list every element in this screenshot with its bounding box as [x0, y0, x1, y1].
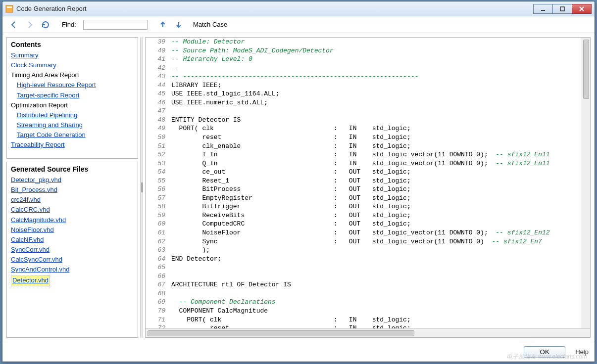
contents-item[interactable]: Traceability Report [11, 140, 134, 150]
code-text[interactable]: BitProcess : OUT std_logic; [171, 185, 590, 194]
line-number: 50 [146, 133, 171, 142]
line-number: 44 [146, 81, 171, 90]
code-text[interactable] [171, 263, 590, 272]
code-text[interactable]: clk_enable : IN std_logic; [171, 142, 590, 151]
contents-item: Optimization Report [11, 100, 134, 110]
code-line: 64END Detector; [146, 255, 590, 264]
code-text[interactable]: END Detector; [171, 255, 590, 264]
code-line: 48ENTITY Detector IS [146, 116, 590, 125]
code-text[interactable] [171, 289, 590, 298]
source-file-link[interactable]: Detector.vhd [11, 275, 50, 286]
refresh-icon[interactable] [40, 19, 51, 30]
code-text[interactable]: NoiseFloor : OUT std_logic_vector(11 DOW… [171, 228, 590, 237]
code-text[interactable]: -- [171, 64, 590, 73]
toolbar: Find: Match Case [2, 16, 595, 33]
svg-rect-3 [560, 7, 564, 11]
vscroll-thumb[interactable] [583, 40, 589, 99]
code-text[interactable]: Reset_1 : OUT std_logic; [171, 177, 590, 185]
contents-item[interactable]: Distributed Pipelining [11, 110, 134, 120]
code-text[interactable] [171, 107, 590, 116]
minimize-button[interactable] [533, 4, 553, 14]
code-line: 40-- Source Path: ModeS_ADI_Codegen/Dete… [146, 46, 590, 55]
code-line: 47 [146, 107, 590, 116]
code-text[interactable]: ARCHITECTURE rtl OF Detector IS [171, 280, 590, 289]
source-file-link[interactable]: Bit_Process.vhd [11, 185, 134, 195]
code-text[interactable]: -- Source Path: ModeS_ADI_Codegen/Detect… [171, 46, 590, 55]
back-icon[interactable] [8, 19, 19, 30]
code-text[interactable]: COMPONENT CalcMagnitude [171, 307, 590, 316]
code-line: 54 ce_out : OUT std_logic; [146, 168, 590, 177]
code-text[interactable]: -- Module: Detector [171, 38, 590, 46]
code-text[interactable]: -- Hierarchy Level: 0 [171, 55, 590, 64]
line-number: 47 [146, 107, 171, 116]
code-text[interactable]: ce_out : OUT std_logic; [171, 168, 590, 177]
code-text[interactable]: reset : IN std_logic; [171, 324, 590, 328]
code-text[interactable]: PORT( clk : IN std_logic; [171, 124, 590, 133]
find-next-icon[interactable] [173, 19, 184, 30]
code-text[interactable]: Sync : OUT std_logic_vector(11 DOWNTO 0)… [171, 237, 590, 246]
code-line: 52 I_In : IN std_logic_vector(11 DOWNTO … [146, 150, 590, 159]
code-line: 42-- [146, 64, 590, 73]
code-text[interactable]: ENTITY Detector IS [171, 116, 590, 125]
find-input[interactable] [83, 20, 148, 30]
close-button[interactable] [572, 4, 592, 14]
code-line: 55 Reset_1 : OUT std_logic; [146, 177, 590, 185]
code-text[interactable]: LIBRARY IEEE; [171, 81, 590, 90]
code-scroll[interactable]: 39-- Module: Detector40-- Source Path: M… [146, 38, 590, 328]
code-text[interactable]: reset : IN std_logic; [171, 133, 590, 142]
source-file-link[interactable]: CalcCRC.vhd [11, 205, 134, 215]
left-column: Contents SummaryClock SummaryTiming And … [6, 37, 138, 338]
line-number: 43 [146, 72, 171, 81]
line-number: 39 [146, 38, 171, 46]
contents-item[interactable]: Clock Summary [11, 60, 134, 70]
contents-item[interactable]: Streaming and Sharing [11, 120, 134, 130]
footer: OK Help [2, 342, 595, 362]
code-text[interactable] [171, 272, 590, 281]
source-file-link[interactable]: Detector_pkg.vhd [11, 175, 134, 185]
vertical-scrollbar[interactable] [582, 38, 590, 328]
contents-item[interactable]: High-level Resource Report [11, 80, 134, 90]
code-text[interactable]: Q_In : IN std_logic_vector(11 DOWNTO 0);… [171, 159, 590, 168]
code-text[interactable]: ComputedCRC : OUT std_logic; [171, 220, 590, 228]
vertical-splitter[interactable] [140, 37, 143, 338]
forward-icon[interactable] [24, 19, 35, 30]
match-case-label[interactable]: Match Case [193, 21, 227, 28]
files-panel: Generated Source Files Detector_pkg.vhdB… [6, 162, 138, 338]
ok-button[interactable]: OK [524, 346, 565, 358]
code-line: 57 EmptyRegister : OUT std_logic; [146, 194, 590, 203]
line-number: 53 [146, 159, 171, 168]
title-bar[interactable]: Code Generation Report [2, 1, 595, 16]
code-text[interactable]: EmptyRegister : OUT std_logic; [171, 194, 590, 203]
code-text[interactable]: BitTrigger : OUT std_logic; [171, 202, 590, 211]
code-text[interactable]: ); [171, 246, 590, 255]
find-prev-icon[interactable] [157, 19, 168, 30]
code-line: 68 [146, 289, 590, 298]
line-number: 68 [146, 289, 171, 298]
source-file-link[interactable]: NoiseFloor.vhd [11, 225, 134, 235]
code-line: 62 Sync : OUT std_logic_vector(11 DOWNTO… [146, 237, 590, 246]
hscroll-thumb[interactable] [148, 330, 414, 336]
line-number: 52 [146, 150, 171, 159]
source-file-link[interactable]: crc24f.vhd [11, 195, 134, 205]
contents-item[interactable]: Target Code Generation [11, 130, 134, 140]
code-text[interactable]: USE IEEE.std_logic_1164.ALL; [171, 90, 590, 98]
help-link[interactable]: Help [575, 348, 589, 356]
source-file-link[interactable]: SyncCorr.vhd [11, 245, 134, 255]
code-text[interactable]: PORT( clk : IN std_logic; [171, 316, 590, 324]
source-file-link[interactable]: CalcSyncCorr.vhd [11, 255, 134, 265]
code-text[interactable]: I_In : IN std_logic_vector(11 DOWNTO 0);… [171, 150, 590, 159]
code-text[interactable]: -- Component Declarations [171, 298, 590, 307]
contents-item[interactable]: Summary [11, 50, 134, 60]
svg-rect-1 [7, 6, 12, 8]
code-text[interactable]: -- -------------------------------------… [171, 72, 590, 81]
code-line: 66 [146, 272, 590, 281]
code-text[interactable]: USE IEEE.numeric_std.ALL; [171, 98, 590, 107]
source-file-link[interactable]: SyncAndControl.vhd [11, 265, 134, 274]
source-file-link[interactable]: CalcNF.vhd [11, 235, 134, 245]
source-file-link[interactable]: CalcMagnitude.vhd [11, 215, 134, 225]
code-text[interactable]: ReceiveBits : OUT std_logic; [171, 211, 590, 220]
contents-item[interactable]: Target-specific Report [11, 91, 134, 100]
maximize-button[interactable] [552, 4, 572, 14]
line-number: 49 [146, 124, 171, 133]
horizontal-scrollbar[interactable] [146, 328, 590, 337]
